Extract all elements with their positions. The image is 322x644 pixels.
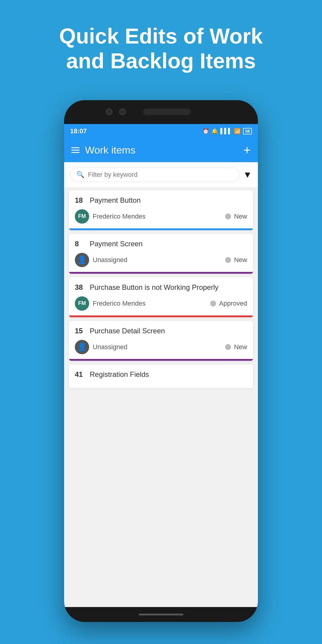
status-bar: 18:07 ⏰ 🔔 ▌▌▌ 📶 58	[64, 124, 258, 138]
hamburger-line	[71, 152, 80, 153]
status-icons: ⏰ 🔔 ▌▌▌ 📶 58	[202, 128, 252, 134]
work-item-title: Purchase Button is not Working Properly	[90, 283, 219, 292]
hamburger-line	[71, 150, 80, 151]
avatar-unassigned: 👤	[75, 340, 89, 354]
hero-title: Quick Edits of Work and Backlog Items	[0, 0, 322, 91]
work-item-id: 8	[75, 240, 86, 248]
camera-right	[119, 109, 126, 115]
assignee-name: Frederico Mendes	[93, 300, 145, 307]
phone-screen: 18:07 ⏰ 🔔 ▌▌▌ 📶 58	[64, 124, 258, 607]
work-item-title: Registration Fields	[90, 370, 149, 379]
phone-wrapper: 18:07 ⏰ 🔔 ▌▌▌ 📶 58	[0, 91, 322, 622]
card-body: 41 Registration Fields	[69, 364, 253, 388]
status-dot	[225, 257, 231, 263]
work-item-card[interactable]: 15 Purchase Detail Screen 👤 Unassigned N…	[69, 321, 253, 361]
work-item-card[interactable]: 38 Purchase Button is not Working Proper…	[69, 277, 253, 317]
phone-bottom-bar	[64, 607, 258, 622]
card-color-bar	[69, 315, 253, 317]
card-header: 41 Registration Fields	[75, 370, 247, 379]
assignee-name: Unassigned	[93, 256, 127, 264]
status-area: New	[225, 343, 247, 351]
app-bar-left: Work items	[71, 144, 135, 156]
card-footer: FM Frederico Mendes New	[75, 209, 247, 224]
avatar-unassigned: 👤	[75, 253, 89, 267]
card-color-bar	[69, 359, 253, 361]
assignee-area: 👤 Unassigned	[75, 340, 127, 354]
avatar: FM	[75, 209, 89, 224]
status-area: Approved	[210, 300, 247, 307]
avatar: FM	[75, 296, 89, 311]
status-time: 18:07	[70, 127, 87, 135]
assignee-name: Unassigned	[93, 343, 127, 351]
assignee-area: FM Frederico Mendes	[75, 296, 145, 311]
filter-icon[interactable]: ▼	[243, 170, 252, 180]
status-badge: Approved	[219, 300, 247, 307]
app-title: Work items	[85, 144, 135, 156]
work-item-title: Payment Screen	[90, 240, 143, 248]
card-footer: 👤 Unassigned New	[75, 340, 247, 354]
card-body: 8 Payment Screen 👤 Unassigned New	[69, 234, 253, 272]
status-dot	[225, 213, 231, 219]
card-footer: FM Frederico Mendes Approved	[75, 296, 247, 311]
camera-left	[106, 109, 112, 115]
search-input-wrap[interactable]: 🔍	[70, 168, 239, 182]
card-color-bar	[69, 228, 253, 230]
card-body: 38 Purchase Button is not Working Proper…	[69, 277, 253, 315]
battery-indicator: 58	[243, 128, 252, 134]
work-item-title: Purchase Detail Screen	[90, 327, 165, 335]
search-input[interactable]	[88, 171, 233, 179]
status-dot	[210, 301, 216, 306]
status-dot	[225, 344, 231, 350]
card-body: 18 Payment Button FM Frederico Mendes Ne…	[69, 190, 253, 228]
work-item-id: 41	[75, 370, 86, 379]
assignee-area: FM Frederico Mendes	[75, 209, 145, 224]
search-icon: 🔍	[76, 171, 84, 179]
work-item-card[interactable]: 41 Registration Fields	[69, 364, 253, 388]
work-item-id: 38	[75, 283, 86, 292]
status-area: New	[225, 213, 247, 220]
status-badge: New	[234, 256, 247, 264]
work-item-title: Payment Button	[90, 196, 141, 205]
add-button[interactable]: +	[243, 144, 251, 157]
card-color-bar	[69, 272, 253, 274]
work-item-id: 18	[75, 196, 86, 205]
home-bar	[139, 614, 183, 615]
work-item-card[interactable]: 8 Payment Screen 👤 Unassigned New	[69, 234, 253, 274]
card-header: 38 Purchase Button is not Working Proper…	[75, 283, 247, 292]
work-item-id: 15	[75, 327, 86, 335]
notification-icon: 🔔	[211, 128, 218, 134]
wifi-icon: 📶	[234, 128, 241, 134]
alarm-icon: ⏰	[202, 128, 209, 134]
card-footer: 👤 Unassigned New	[75, 253, 247, 267]
work-items-list: 18 Payment Button FM Frederico Mendes Ne…	[64, 187, 258, 391]
status-badge: New	[234, 343, 247, 351]
speaker	[143, 109, 191, 115]
phone-frame: 18:07 ⏰ 🔔 ▌▌▌ 📶 58	[64, 100, 258, 622]
status-badge: New	[234, 213, 247, 220]
work-item-card[interactable]: 18 Payment Button FM Frederico Mendes Ne…	[69, 190, 253, 230]
app-bar: Work items +	[64, 138, 258, 162]
assignee-name: Frederico Mendes	[93, 213, 145, 220]
assignee-area: 👤 Unassigned	[75, 253, 127, 267]
hamburger-line	[71, 147, 80, 148]
card-header: 18 Payment Button	[75, 196, 247, 205]
search-area: 🔍 ▼	[64, 162, 258, 187]
signal-icon: ▌▌▌	[220, 128, 232, 134]
card-body: 15 Purchase Detail Screen 👤 Unassigned N…	[69, 321, 253, 359]
card-header: 8 Payment Screen	[75, 240, 247, 248]
notch-bar	[64, 100, 258, 124]
card-header: 15 Purchase Detail Screen	[75, 327, 247, 335]
status-area: New	[225, 256, 247, 264]
menu-button[interactable]	[71, 147, 80, 153]
